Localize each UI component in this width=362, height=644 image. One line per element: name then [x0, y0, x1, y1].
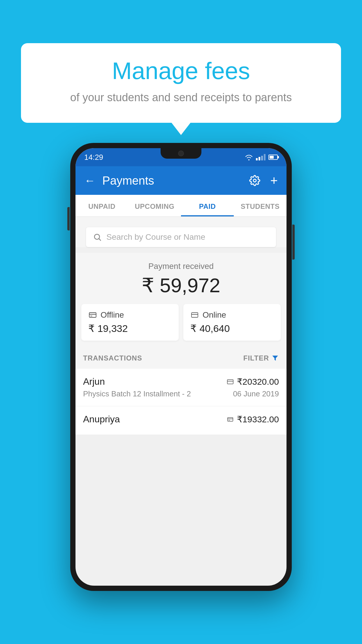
offline-card-label: Offline — [101, 310, 124, 320]
app-bar-title: Payments — [102, 174, 242, 187]
svg-rect-11 — [228, 417, 233, 421]
tab-students[interactable]: STUDENTS — [234, 195, 287, 216]
tab-paid[interactable]: PAID — [181, 195, 234, 216]
transaction-detail: Physics Batch 12 Installment - 2 — [83, 389, 191, 398]
transaction-amount: ₹20320.00 — [237, 377, 279, 387]
tabs-bar: UNPAID UPCOMING PAID STUDENTS — [75, 195, 287, 217]
gear-icon[interactable] — [249, 175, 260, 186]
svg-rect-9 — [227, 379, 233, 384]
app-bar: ← Payments + — [75, 166, 287, 195]
volume-button — [67, 207, 70, 230]
status-icons — [245, 154, 278, 160]
transaction-name: Anupriya — [83, 414, 120, 425]
phone-notch — [161, 148, 201, 159]
svg-rect-6 — [191, 313, 198, 317]
online-payment-icon — [226, 379, 234, 385]
speech-bubble: Manage fees of your students and send re… — [21, 43, 341, 123]
add-button[interactable]: + — [270, 173, 278, 188]
transaction-amount-row: ₹20320.00 — [226, 377, 279, 387]
transaction-amount: ₹19332.00 — [237, 414, 279, 424]
transaction-top-row: Arjun ₹20320.00 — [83, 376, 279, 387]
search-bar[interactable]: Search by Course or Name — [86, 227, 276, 247]
svg-line-2 — [99, 239, 101, 240]
online-payment-card: Online ₹ 40,640 — [183, 304, 281, 341]
offline-payment-icon — [226, 416, 234, 423]
signal-icon — [256, 154, 266, 160]
transaction-name: Arjun — [83, 376, 105, 387]
front-camera — [178, 150, 184, 156]
battery-icon — [268, 155, 278, 160]
wifi-icon — [245, 154, 253, 160]
offline-payment-card: Offline ₹ 19,332 — [81, 304, 179, 341]
transactions-header: TRANSACTIONS FILTER — [75, 348, 287, 369]
payment-amount: ₹ 59,972 — [81, 274, 281, 297]
online-amount: ₹ 40,640 — [190, 323, 274, 334]
back-button[interactable]: ← — [84, 174, 95, 187]
search-icon — [93, 233, 102, 242]
phone-outer-shell: 14:29 — [70, 143, 292, 591]
phone-screen: 14:29 — [75, 148, 287, 586]
transactions-label: TRANSACTIONS — [83, 354, 142, 362]
bubble-title: Manage fees — [38, 58, 324, 84]
status-time: 14:29 — [84, 153, 103, 162]
offline-icon — [88, 311, 97, 319]
payment-summary: Payment received ₹ 59,972 — [75, 253, 287, 304]
bubble-subtitle: of your students and send receipts to pa… — [38, 90, 324, 105]
svg-rect-3 — [89, 313, 96, 317]
online-icon — [190, 312, 199, 318]
svg-point-0 — [254, 179, 256, 182]
transaction-date: 06 June 2019 — [233, 389, 279, 398]
online-card-label: Online — [203, 310, 226, 320]
power-button — [292, 225, 295, 260]
transaction-top-row: Anupriya ₹19332.00 — [83, 414, 279, 425]
transaction-row[interactable]: Arjun ₹20320.00 Physics Batch 12 Install… — [75, 369, 287, 406]
transaction-row[interactable]: Anupriya ₹19332.00 — [75, 406, 287, 435]
phone-device: 14:29 — [70, 143, 292, 591]
payment-label: Payment received — [81, 262, 281, 271]
filter-label: FILTER — [243, 354, 269, 362]
transaction-amount-row: ₹19332.00 — [226, 414, 279, 424]
online-card-header: Online — [190, 310, 274, 320]
filter-button[interactable]: FILTER — [243, 354, 279, 362]
svg-marker-8 — [272, 356, 278, 360]
search-placeholder-text: Search by Course or Name — [106, 232, 205, 242]
tab-unpaid[interactable]: UNPAID — [75, 195, 128, 216]
offline-amount: ₹ 19,332 — [88, 323, 172, 334]
payment-cards-row: Offline ₹ 19,332 Online ₹ 40,640 — [75, 304, 287, 348]
filter-icon — [271, 354, 279, 362]
transaction-bottom-row: Physics Batch 12 Installment - 2 06 June… — [83, 389, 279, 398]
tab-upcoming[interactable]: UPCOMING — [128, 195, 181, 216]
offline-card-header: Offline — [88, 310, 172, 320]
